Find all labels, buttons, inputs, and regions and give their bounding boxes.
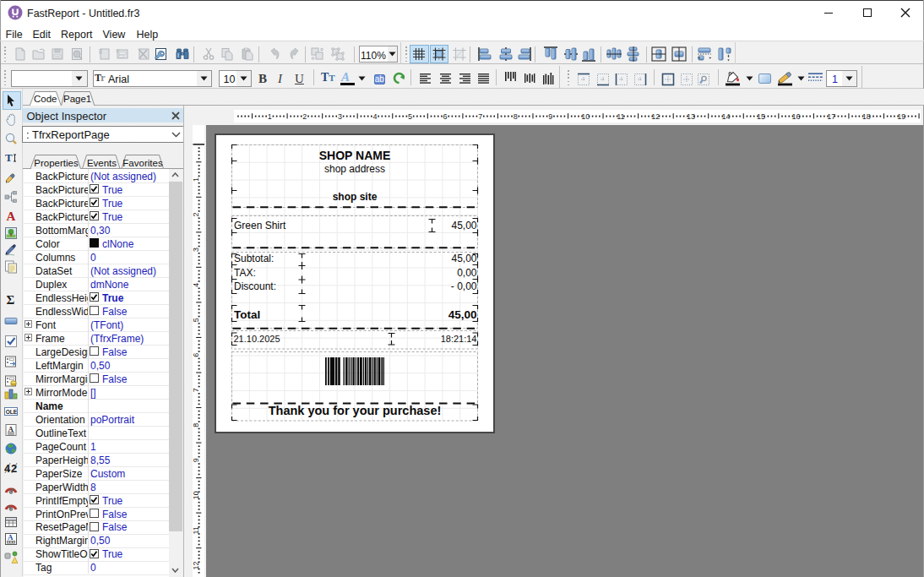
svg-text:13: 13 bbox=[687, 112, 695, 121]
svg-text:9: 9 bbox=[193, 458, 200, 462]
svg-text:3: 3 bbox=[338, 112, 342, 121]
svg-text:3: 3 bbox=[193, 248, 200, 252]
svg-text:9: 9 bbox=[549, 112, 553, 121]
svg-text:15: 15 bbox=[757, 112, 765, 121]
svg-text:T: T bbox=[5, 151, 13, 164]
svg-text:A: A bbox=[8, 533, 14, 542]
svg-text:6: 6 bbox=[443, 112, 448, 121]
svg-text:8: 8 bbox=[514, 112, 518, 121]
svg-text:6: 6 bbox=[193, 353, 200, 357]
svg-text:18: 18 bbox=[862, 112, 871, 121]
svg-text:7: 7 bbox=[478, 112, 482, 121]
svg-text:10: 10 bbox=[193, 491, 200, 499]
svg-text:14: 14 bbox=[722, 112, 731, 121]
svg-text:12: 12 bbox=[652, 112, 660, 121]
svg-text:OLE: OLE bbox=[6, 409, 18, 415]
svg-text:17: 17 bbox=[827, 112, 835, 121]
svg-text:16: 16 bbox=[792, 112, 801, 121]
svg-text:19: 19 bbox=[898, 112, 906, 121]
svg-text:5: 5 bbox=[193, 318, 200, 322]
svg-text:8: 8 bbox=[193, 423, 200, 427]
svg-text:4: 4 bbox=[193, 283, 200, 287]
svg-text:4: 4 bbox=[373, 112, 378, 121]
svg-text:10: 10 bbox=[582, 112, 590, 121]
svg-text:7: 7 bbox=[193, 388, 200, 392]
svg-text:11: 11 bbox=[193, 526, 200, 534]
svg-text:12: 12 bbox=[193, 561, 200, 569]
svg-text:2: 2 bbox=[193, 213, 200, 217]
svg-text:11: 11 bbox=[617, 112, 625, 121]
svg-text:5: 5 bbox=[408, 112, 412, 121]
svg-text:1: 1 bbox=[268, 112, 272, 121]
svg-text:A: A bbox=[8, 425, 14, 433]
svg-text:Σ: Σ bbox=[7, 293, 15, 307]
svg-text:1: 1 bbox=[193, 177, 200, 182]
svg-text:2: 2 bbox=[303, 112, 307, 121]
svg-text:A: A bbox=[7, 210, 16, 223]
